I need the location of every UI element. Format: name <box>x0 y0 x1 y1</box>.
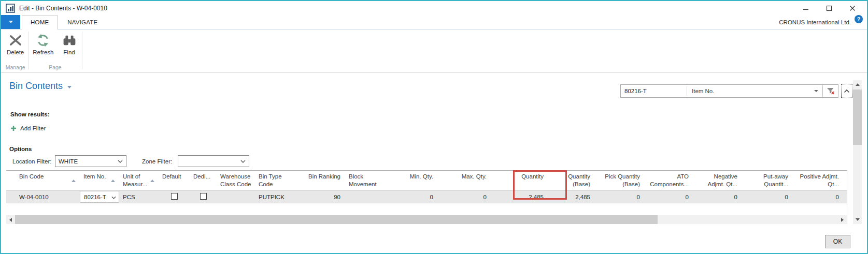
column-header-label: Negative Adjmt. Qt... <box>707 173 737 187</box>
refresh-icon <box>36 34 50 47</box>
column-header-bin-code[interactable]: Bin Code <box>6 171 80 190</box>
scroll-left-arrow-icon[interactable] <box>6 215 15 224</box>
column-header-unit-of-measur[interactable]: Unit of Measur... <box>119 171 159 190</box>
funnel-clear-icon <box>827 87 835 95</box>
column-header-positive-adjmt-qt[interactable]: Positive Adjmt. Qt... <box>793 171 844 190</box>
add-filter-label: Add Filter <box>20 125 46 131</box>
cell-block-movement[interactable] <box>345 191 385 203</box>
scroll-up-arrow-icon[interactable] <box>853 80 862 89</box>
ok-button[interactable]: OK <box>825 235 850 248</box>
column-header-pick-quantity-base[interactable]: Pick Quantity (Base) <box>595 171 645 190</box>
refresh-button[interactable]: Refresh <box>29 33 57 55</box>
cell-bin-code[interactable]: W-04-0010 <box>6 191 80 203</box>
cell-negative-adjmt-qt[interactable]: 0 <box>693 191 742 203</box>
cell-quantity-base[interactable]: 2,485 <box>548 191 595 203</box>
location-filter-combobox[interactable]: WHITE <box>55 155 126 167</box>
column-header-label: Bin Code <box>19 173 44 180</box>
column-header-default[interactable]: Default <box>159 171 190 190</box>
cell-max-qty[interactable]: 0 <box>438 191 491 203</box>
column-header-label: Unit of Measur... <box>123 173 147 187</box>
scroll-right-arrow-icon[interactable] <box>838 215 847 224</box>
column-header-bin-type-code[interactable]: Bin Type Code <box>255 171 291 190</box>
delete-button[interactable]: Delete <box>3 33 27 55</box>
column-header-a[interactable]: A... <box>844 171 847 190</box>
column-header-label: Bin Ranking <box>308 173 340 180</box>
ribbon-group-label-manage: Manage <box>3 64 27 72</box>
tab-navigate[interactable]: NAVIGATE <box>59 15 106 29</box>
column-header-warehouse-class-code[interactable]: Warehouse Class Code <box>217 171 255 190</box>
window-controls <box>794 1 867 15</box>
column-header-block-movement[interactable]: Block Movement <box>345 171 385 190</box>
horizontal-scrollbar[interactable] <box>6 215 847 224</box>
chevron-down-icon <box>9 21 13 23</box>
zone-filter-label: Zone Filter: <box>142 158 172 165</box>
horizontal-scrollbar-thumb[interactable] <box>15 215 658 224</box>
column-header-negative-adjmt-qt[interactable]: Negative Adjmt. Qt... <box>693 171 742 190</box>
app-logo-icon <box>6 4 15 13</box>
options-section-label: Options <box>9 146 32 152</box>
cell-warehouse-class-code[interactable] <box>217 191 255 203</box>
column-header-quantity[interactable]: Quantity <box>491 171 548 190</box>
vertical-scrollbar-thumb[interactable] <box>853 89 862 145</box>
cell-ato-components[interactable]: 0 <box>645 191 693 203</box>
cell-pick-quantity-base[interactable]: 0 <box>595 191 645 203</box>
minimize-icon <box>803 5 809 11</box>
cell-quantity[interactable]: 2,485 <box>491 191 548 203</box>
cell-positive-adjmt-qt[interactable]: 0 <box>793 191 844 203</box>
column-header-bin-ranking[interactable]: Bin Ranking <box>291 171 345 190</box>
column-header-item-no[interactable]: Item No. <box>80 171 119 190</box>
sort-ascending-icon <box>150 180 154 182</box>
filter-value-input[interactable]: 80216-T <box>621 88 687 94</box>
dropdown-caret-icon[interactable] <box>111 193 116 201</box>
checkbox-default[interactable] <box>171 193 178 200</box>
column-header-label: Max. Qty. <box>462 173 487 180</box>
column-header-ato-components[interactable]: ATO Components... <box>645 171 693 190</box>
window-title: Edit - Bin Contents - W-04-0010 <box>19 5 107 12</box>
cell-a[interactable] <box>844 191 847 203</box>
column-header-label: Pick Quantity (Base) <box>605 173 640 187</box>
column-header-label: ATO Components... <box>650 173 689 187</box>
column-header-label: Put-away Quantit... <box>763 173 788 187</box>
tab-home[interactable]: HOME <box>22 15 58 29</box>
cell-put-away-quantit[interactable]: 0 <box>742 191 793 203</box>
grid-header-row: Bin CodeItem No.Unit of Measur...Default… <box>6 170 847 191</box>
find-button[interactable]: Find <box>58 33 81 55</box>
chevron-down-icon <box>67 86 72 88</box>
column-header-quantity-base[interactable]: Quantity (Base) <box>548 171 595 190</box>
column-header-max-qty[interactable]: Max. Qty. <box>438 171 491 190</box>
column-header-label: Quantity (Base) <box>568 173 590 187</box>
clear-filter-button[interactable] <box>822 85 838 97</box>
ribbon-group-separator <box>28 32 29 69</box>
column-header-put-away-quantit[interactable]: Put-away Quantit... <box>742 171 793 190</box>
cell-bin-ranking[interactable]: 90 <box>291 191 345 203</box>
filter-field-select[interactable]: Item No. <box>687 88 810 94</box>
chevron-down-icon <box>118 160 126 163</box>
cell-item-no[interactable]: 80216-T <box>80 191 119 203</box>
close-button[interactable] <box>841 1 864 15</box>
zone-filter-combobox[interactable] <box>178 155 249 167</box>
help-icon[interactable]: ? <box>855 15 863 23</box>
chevron-up-icon <box>844 89 850 93</box>
scroll-down-arrow-icon[interactable] <box>853 215 862 224</box>
minimize-button[interactable] <box>794 1 817 15</box>
sort-ascending-icon <box>72 180 76 182</box>
maximize-button[interactable] <box>817 1 841 15</box>
quick-filter-box: 80216-T Item No. <box>620 84 838 98</box>
filter-field-dropdown[interactable] <box>810 90 822 92</box>
column-header-label: Item No. <box>83 173 106 180</box>
page-title[interactable]: Bin Contents <box>9 81 72 92</box>
cell-dedi[interactable] <box>190 191 217 203</box>
checkbox-dedi[interactable] <box>200 193 207 200</box>
column-header-dedi[interactable]: Dedi... <box>190 171 217 190</box>
table-row[interactable]: W-04-001080216-TPCSPUTPICK90002,4852,485… <box>6 191 847 203</box>
cell-bin-type-code[interactable]: PUTPICK <box>255 191 291 203</box>
column-header-min-qty[interactable]: Min. Qty. <box>385 171 438 190</box>
application-menu-button[interactable] <box>1 15 20 29</box>
cell-min-qty[interactable]: 0 <box>385 191 438 203</box>
add-filter-button[interactable]: Add Filter <box>10 125 46 131</box>
ribbon-group-manage: Delete Manage <box>3 29 27 72</box>
cell-default[interactable] <box>159 191 190 203</box>
vertical-scrollbar[interactable] <box>853 80 862 224</box>
cell-unit-of-measur[interactable]: PCS <box>119 191 159 203</box>
collapse-filter-pane-button[interactable] <box>841 84 852 98</box>
